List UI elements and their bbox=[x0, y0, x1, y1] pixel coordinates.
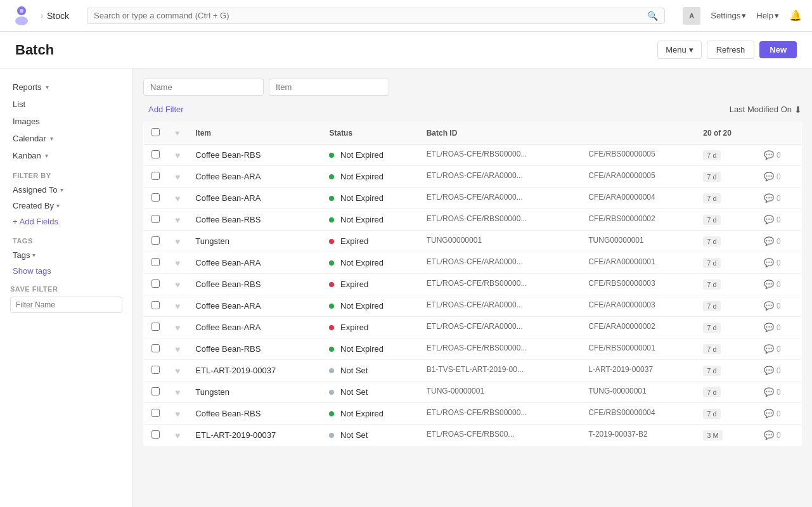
row-favorite-cell[interactable]: ♥ bbox=[167, 252, 188, 274]
msg-count: 0 bbox=[777, 409, 781, 418]
row-checkbox[interactable] bbox=[151, 193, 160, 202]
row-favorite-cell[interactable]: ♥ bbox=[167, 209, 188, 231]
row-favorite-cell[interactable]: ♥ bbox=[167, 144, 188, 166]
sidebar-item-list[interactable]: List bbox=[0, 96, 132, 113]
new-button[interactable]: New bbox=[759, 41, 797, 58]
message-icon: 💬 bbox=[764, 193, 774, 203]
row-status: Not Expired bbox=[321, 403, 418, 425]
row-favorite-cell[interactable]: ♥ bbox=[167, 360, 188, 382]
favorite-icon[interactable]: ♥ bbox=[175, 258, 180, 268]
favorite-icon[interactable]: ♥ bbox=[175, 279, 180, 290]
days-badge: 7 d bbox=[703, 387, 720, 397]
help-arrow-icon: ▾ bbox=[775, 11, 779, 20]
row-favorite-cell[interactable]: ♥ bbox=[167, 274, 188, 295]
row-favorite-cell[interactable]: ♥ bbox=[167, 382, 188, 403]
favorite-icon[interactable]: ♥ bbox=[175, 430, 180, 440]
row-checkbox-cell[interactable] bbox=[144, 295, 168, 317]
favorite-icon[interactable]: ♥ bbox=[175, 344, 180, 354]
row-checkbox-cell[interactable] bbox=[144, 188, 168, 209]
row-checkbox[interactable] bbox=[151, 258, 160, 266]
message-icon: 💬 bbox=[764, 409, 774, 418]
row-checkbox-cell[interactable] bbox=[144, 338, 168, 360]
row-checkbox[interactable] bbox=[151, 409, 160, 417]
row-checkbox-cell[interactable] bbox=[144, 317, 168, 338]
row-checkbox[interactable] bbox=[151, 279, 160, 288]
row-checkbox[interactable] bbox=[151, 344, 160, 352]
sidebar-filter-assigned-to[interactable]: Assigned To ▾ bbox=[0, 182, 132, 198]
row-favorite-cell[interactable]: ♥ bbox=[167, 317, 188, 338]
row-checkbox-cell[interactable] bbox=[144, 209, 168, 231]
select-all-checkbox[interactable] bbox=[151, 128, 160, 136]
row-checkbox-cell[interactable] bbox=[144, 403, 168, 425]
sidebar-item-images[interactable]: Images bbox=[0, 113, 132, 130]
row-checkbox[interactable] bbox=[151, 366, 160, 374]
favorite-icon[interactable]: ♥ bbox=[175, 172, 180, 182]
last-modified-sort[interactable]: Last Modified On ⬇ bbox=[730, 105, 802, 115]
th-select-all[interactable] bbox=[144, 122, 168, 144]
row-checkbox-cell[interactable] bbox=[144, 425, 168, 446]
row-checkbox-cell[interactable] bbox=[144, 231, 168, 252]
add-filter-button[interactable]: Add Filter bbox=[143, 102, 189, 117]
row-checkbox[interactable] bbox=[151, 301, 160, 309]
search-input[interactable] bbox=[94, 11, 642, 20]
status-text: Expired bbox=[340, 323, 368, 333]
row-favorite-cell[interactable]: ♥ bbox=[167, 295, 188, 317]
row-checkbox-cell[interactable] bbox=[144, 274, 168, 295]
item-filter-input[interactable] bbox=[269, 79, 389, 96]
name-filter-input[interactable] bbox=[143, 79, 264, 96]
show-tags-button[interactable]: Show tags bbox=[0, 263, 132, 279]
notifications-bell-icon[interactable]: 🔔 bbox=[789, 10, 802, 22]
favorite-icon[interactable]: ♥ bbox=[175, 193, 180, 203]
row-batch-id: CFE/RBS00000003 bbox=[581, 274, 695, 295]
row-checkbox[interactable] bbox=[151, 323, 160, 331]
favorite-icon[interactable]: ♥ bbox=[175, 215, 180, 225]
row-checkbox[interactable] bbox=[151, 172, 160, 180]
row-checkbox-cell[interactable] bbox=[144, 382, 168, 403]
row-etl-id: TUNG00000001 bbox=[419, 231, 581, 252]
row-favorite-cell[interactable]: ♥ bbox=[167, 166, 188, 188]
row-favorite-cell[interactable]: ♥ bbox=[167, 188, 188, 209]
favorite-icon[interactable]: ♥ bbox=[175, 236, 180, 247]
row-status: Not Expired bbox=[321, 252, 418, 274]
filter-name-input[interactable] bbox=[10, 297, 122, 313]
favorite-icon[interactable]: ♥ bbox=[175, 387, 180, 397]
sidebar-filter-created-by[interactable]: Created By ▾ bbox=[0, 198, 132, 214]
favorite-icon[interactable]: ♥ bbox=[175, 301, 180, 311]
row-favorite-cell[interactable]: ♥ bbox=[167, 338, 188, 360]
settings-menu[interactable]: Settings ▾ bbox=[711, 11, 746, 20]
row-checkbox-cell[interactable] bbox=[144, 360, 168, 382]
global-search-bar[interactable]: 🔍 bbox=[87, 8, 665, 24]
row-checkbox-cell[interactable] bbox=[144, 166, 168, 188]
row-checkbox[interactable] bbox=[151, 236, 160, 245]
favorite-icon[interactable]: ♥ bbox=[175, 366, 180, 376]
navbar-right: A Settings ▾ Help ▾ 🔔 bbox=[683, 7, 802, 25]
sidebar-item-reports[interactable]: Reports ▾ bbox=[0, 79, 132, 96]
favorite-icon[interactable]: ♥ bbox=[175, 323, 180, 333]
row-checkbox-cell[interactable] bbox=[144, 252, 168, 274]
row-checkbox-cell[interactable] bbox=[144, 144, 168, 166]
row-favorite-cell[interactable]: ♥ bbox=[167, 403, 188, 425]
sidebar-tags[interactable]: Tags ▾ bbox=[0, 247, 132, 263]
row-checkbox[interactable] bbox=[151, 150, 160, 158]
row-msgs: 💬 0 bbox=[756, 231, 801, 252]
add-fields-button[interactable]: + Add Fields bbox=[0, 214, 132, 229]
favorite-icon[interactable]: ♥ bbox=[175, 150, 180, 160]
sidebar-item-kanban[interactable]: Kanban ▾ bbox=[0, 147, 132, 164]
refresh-button[interactable]: Refresh bbox=[707, 41, 755, 59]
row-etl-id: ETL/ROAS-CFE/RBS00000... bbox=[419, 209, 581, 231]
sidebar-item-calendar[interactable]: Calendar ▾ bbox=[0, 130, 132, 147]
message-icon: 💬 bbox=[764, 215, 774, 224]
row-favorite-cell[interactable]: ♥ bbox=[167, 425, 188, 446]
table-row: ♥ Coffee Bean-ARA Not Expired ETL/ROAS-C… bbox=[144, 188, 802, 209]
help-label: Help bbox=[756, 11, 773, 20]
favorite-icon[interactable]: ♥ bbox=[175, 409, 180, 419]
help-menu[interactable]: Help ▾ bbox=[756, 11, 779, 20]
msg-count: 0 bbox=[777, 259, 781, 267]
row-favorite-cell[interactable]: ♥ bbox=[167, 231, 188, 252]
row-checkbox[interactable] bbox=[151, 430, 160, 439]
menu-button[interactable]: Menu ▾ bbox=[657, 41, 702, 59]
row-checkbox[interactable] bbox=[151, 387, 160, 395]
page-title: Batch bbox=[15, 42, 54, 58]
breadcrumb-stock-link[interactable]: Stock bbox=[47, 11, 69, 21]
row-checkbox[interactable] bbox=[151, 215, 160, 223]
